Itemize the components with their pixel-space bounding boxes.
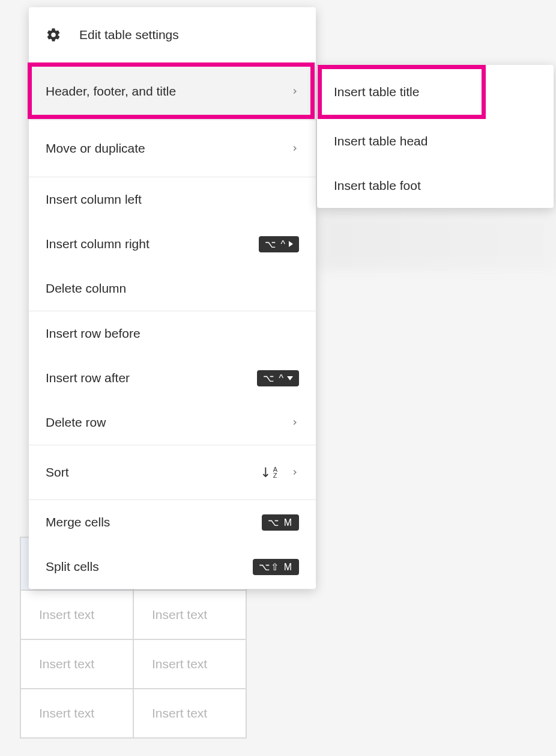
move-or-duplicate[interactable]: Move or duplicate [29,120,316,177]
menu-label: Merge cells [46,515,262,529]
delete-row[interactable]: Delete row [29,400,316,445]
menu-label: Edit table settings [79,28,299,42]
table-cell[interactable]: Insert text [133,590,246,639]
keyboard-shortcut: ⌥ ^ [259,236,299,252]
table-row: Insert text Insert text [20,689,246,738]
chevron-right-icon [291,468,299,477]
context-menu: Edit table settings Header, footer, and … [29,7,316,589]
menu-label: Insert column right [46,237,259,251]
menu-label: Insert table head [334,134,537,148]
table-row: Insert text Insert text [20,639,246,689]
split-cells[interactable]: Split cells ⌥⇧ M [29,544,316,589]
keyboard-shortcut: ⌥⇧ M [253,559,299,575]
menu-label: Insert column left [46,192,299,207]
insert-column-left[interactable]: Insert column left [29,177,316,222]
sort[interactable]: Sort AZ [29,445,316,499]
background-blur [317,210,556,270]
table-cell[interactable]: Insert text [20,590,133,639]
menu-label: Delete row [46,415,286,430]
insert-table-head[interactable]: Insert table head [317,119,554,163]
triangle-down-icon [287,376,293,380]
menu-label: Move or duplicate [46,141,286,156]
chevron-right-icon [291,87,299,96]
table-cell[interactable]: Insert text [133,689,246,738]
gear-icon [46,27,61,43]
edit-table-settings[interactable]: Edit table settings [29,7,316,62]
merge-cells[interactable]: Merge cells ⌥ M [29,500,316,544]
insert-table-foot[interactable]: Insert table foot [317,163,554,208]
sort-az-icon: AZ [261,466,277,479]
triangle-right-icon [289,241,293,247]
menu-label: Insert table title [334,85,537,99]
table-cell[interactable]: Insert text [133,639,246,689]
menu-label: Insert table foot [334,178,537,193]
insert-row-before[interactable]: Insert row before [29,311,316,356]
table-cell[interactable]: Insert text [20,689,133,738]
menu-label: Delete column [46,281,299,296]
table-row: Insert text Insert text [20,590,246,639]
header-footer-title[interactable]: Header, footer, and title [29,63,316,120]
chevron-right-icon [291,418,299,427]
menu-label: Insert row before [46,326,299,341]
insert-row-after[interactable]: Insert row after ⌥ ^ [29,356,316,400]
insert-table-title[interactable]: Insert table title [317,65,554,119]
menu-label: Sort [46,465,261,480]
menu-label: Insert row after [46,371,257,385]
keyboard-shortcut: ⌥ M [262,514,299,531]
delete-column[interactable]: Delete column [29,266,316,311]
table-cell[interactable]: Insert text [20,639,133,689]
insert-column-right[interactable]: Insert column right ⌥ ^ [29,222,316,266]
menu-label: Split cells [46,559,253,574]
keyboard-shortcut: ⌥ ^ [257,370,299,386]
menu-label: Header, footer, and title [46,84,286,99]
submenu-header-footer-title: Insert table title Insert table head Ins… [317,65,554,208]
chevron-right-icon [291,144,299,153]
